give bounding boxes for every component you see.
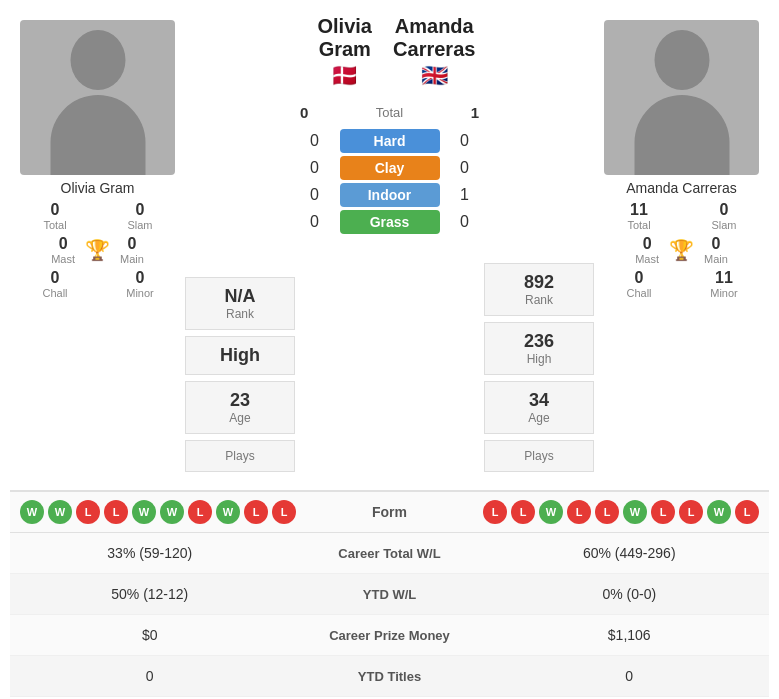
- career-right-1: 0% (0-0): [490, 574, 770, 614]
- center-column: Olivia Gram 🇩🇰 Amanda Carreras 🇬🇧 0 Tota…: [295, 10, 484, 490]
- right-total-label: Total: [604, 219, 674, 231]
- left-rank-box: N/A Rank: [185, 277, 295, 330]
- career-right-3: 0: [490, 656, 770, 696]
- left-form-badge-3: L: [104, 500, 128, 524]
- left-slam-value: 0: [105, 201, 175, 219]
- left-stat-grid: 0 Total 0 Slam: [15, 201, 180, 231]
- right-name-big: Amanda Carreras: [390, 15, 480, 61]
- left-age-label: Age: [198, 411, 282, 425]
- left-minor-value: 0: [105, 269, 175, 287]
- left-plays-label: Plays: [198, 449, 282, 463]
- left-name-center: Olivia Gram 🇩🇰: [300, 15, 390, 91]
- left-main-label: Main: [120, 253, 144, 265]
- right-minor-value: 11: [689, 269, 759, 287]
- right-form-badge-7: L: [679, 500, 703, 524]
- right-form-badge-9: L: [735, 500, 759, 524]
- right-age-value: 34: [497, 390, 581, 411]
- left-name-big: Olivia Gram: [300, 15, 390, 61]
- surface-rows: 0 Hard 0 0 Clay 0 0 Indoor 1: [300, 126, 479, 237]
- right-form-badge-6: L: [651, 500, 675, 524]
- total-line: 0 Total 1: [300, 104, 479, 121]
- left-mast-item: 0 Mast: [51, 235, 75, 265]
- right-form-badge-4: L: [595, 500, 619, 524]
- right-form-badge-2: W: [539, 500, 563, 524]
- left-meta-column: N/A Rank High 23 Age Plays: [185, 10, 295, 490]
- left-form-badge-6: L: [188, 500, 212, 524]
- right-total-item: 11 Total: [604, 201, 674, 231]
- left-slam-item: 0 Slam: [105, 201, 175, 231]
- career-stat-row-1: 50% (12-12)YTD W/L0% (0-0): [10, 574, 769, 615]
- right-player-column: Amanda Carreras 11 Total 0 Slam 0 Mast 🏆: [594, 10, 769, 490]
- right-rank-label: Rank: [497, 293, 581, 307]
- right-main-value: 0: [704, 235, 728, 253]
- left-chall-item: 0 Chall: [20, 269, 90, 299]
- form-label: Form: [310, 504, 470, 520]
- left-mast-label: Mast: [51, 253, 75, 265]
- right-chall-label: Chall: [604, 287, 674, 299]
- left-mast-value: 0: [51, 235, 75, 253]
- indoor-button: Indoor: [340, 183, 440, 207]
- right-mast-label: Mast: [635, 253, 659, 265]
- right-trophy-icon: 🏆: [669, 238, 694, 262]
- left-avatar-silhouette: [50, 30, 145, 175]
- right-mast-value: 0: [635, 235, 659, 253]
- left-rank-value: N/A: [198, 286, 282, 307]
- right-plays-box: Plays: [484, 440, 594, 472]
- career-left-0: 33% (59-120): [10, 533, 290, 573]
- right-form-badge-8: W: [707, 500, 731, 524]
- left-chall-grid: 0 Chall 0 Minor: [15, 269, 180, 299]
- right-stat-grid: 11 Total 0 Slam: [599, 201, 764, 231]
- top-layout: Olivia Gram 0 Total 0 Slam 0 Mast 🏆: [10, 10, 769, 490]
- left-minor-label: Minor: [105, 287, 175, 299]
- left-chall-value: 0: [20, 269, 90, 287]
- clay-button: Clay: [340, 156, 440, 180]
- grass-right-score: 0: [455, 213, 475, 231]
- left-form-badge-5: W: [160, 500, 184, 524]
- main-container: Olivia Gram 0 Total 0 Slam 0 Mast 🏆: [0, 0, 779, 699]
- right-slam-label: Slam: [689, 219, 759, 231]
- career-left-1: 50% (12-12): [10, 574, 290, 614]
- right-chall-value: 0: [604, 269, 674, 287]
- indoor-right-score: 1: [455, 186, 475, 204]
- left-form-badge-9: L: [272, 500, 296, 524]
- clay-left-score: 0: [305, 159, 325, 177]
- career-stats: 33% (59-120)Career Total W/L60% (449-296…: [10, 533, 769, 697]
- left-form-badge-0: W: [20, 500, 44, 524]
- right-meta-column: 892 Rank 236 High 34 Age Plays: [484, 10, 594, 490]
- right-total-value: 11: [604, 201, 674, 219]
- right-high-box: 236 High: [484, 322, 594, 375]
- right-chall-grid: 0 Chall 11 Minor: [599, 269, 764, 299]
- career-stat-row-0: 33% (59-120)Career Total W/L60% (449-296…: [10, 533, 769, 574]
- right-minor-label: Minor: [689, 287, 759, 299]
- right-avatar-body: [634, 95, 729, 175]
- left-avatar-head: [70, 30, 125, 90]
- career-right-0: 60% (449-296): [490, 533, 770, 573]
- left-avatar-body: [50, 95, 145, 175]
- hard-right-score: 0: [455, 132, 475, 150]
- right-total-score: 1: [471, 104, 479, 121]
- left-rank-label: Rank: [198, 307, 282, 321]
- career-left-3: 0: [10, 656, 290, 696]
- right-form-badge-0: L: [483, 500, 507, 524]
- hard-left-score: 0: [305, 132, 325, 150]
- career-label-3: YTD Titles: [290, 657, 490, 696]
- left-form-badge-2: L: [76, 500, 100, 524]
- right-main-label: Main: [704, 253, 728, 265]
- left-form-badge-1: W: [48, 500, 72, 524]
- grass-button: Grass: [340, 210, 440, 234]
- right-rank-box: 892 Rank: [484, 263, 594, 316]
- left-form-badges: WWLLWWLWLL: [20, 500, 310, 524]
- career-label-2: Career Prize Money: [290, 616, 490, 655]
- career-label-0: Career Total W/L: [290, 534, 490, 573]
- career-label-1: YTD W/L: [290, 575, 490, 614]
- right-high-label: High: [497, 352, 581, 366]
- right-form-badge-3: L: [567, 500, 591, 524]
- left-slam-label: Slam: [105, 219, 175, 231]
- clay-row: 0 Clay 0: [300, 156, 479, 180]
- left-player-column: Olivia Gram 0 Total 0 Slam 0 Mast 🏆: [10, 10, 185, 490]
- left-total-score: 0: [300, 104, 308, 121]
- right-name-center: Amanda Carreras 🇬🇧: [390, 15, 480, 91]
- indoor-left-score: 0: [305, 186, 325, 204]
- left-player-name: Olivia Gram: [61, 180, 135, 196]
- right-player-photo: [604, 20, 759, 175]
